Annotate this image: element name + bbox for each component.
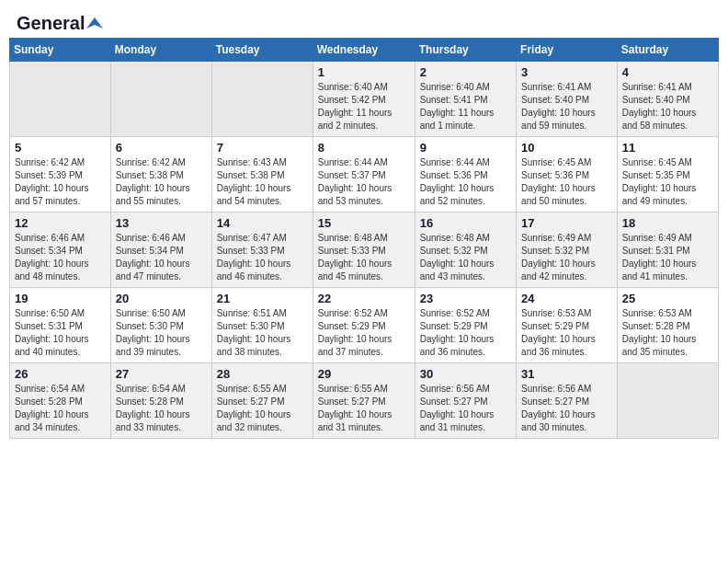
day-info: Sunrise: 6:52 AMSunset: 5:29 PMDaylight:… (420, 307, 511, 359)
day-info: Sunrise: 6:56 AMSunset: 5:27 PMDaylight:… (521, 383, 612, 434)
day-info: Sunrise: 6:46 AMSunset: 5:34 PMDaylight:… (15, 232, 106, 283)
calendar-cell: 28Sunrise: 6:55 AMSunset: 5:27 PMDayligh… (211, 363, 313, 439)
weekday-header-saturday: Saturday (617, 39, 718, 62)
calendar-cell: 19Sunrise: 6:50 AMSunset: 5:31 PMDayligh… (10, 288, 111, 363)
calendar-cell: 26Sunrise: 6:54 AMSunset: 5:28 PMDayligh… (10, 363, 111, 439)
day-info: Sunrise: 6:42 AMSunset: 5:39 PMDaylight:… (15, 156, 106, 208)
calendar-cell: 20Sunrise: 6:50 AMSunset: 5:30 PMDayligh… (110, 288, 211, 363)
day-info: Sunrise: 6:45 AMSunset: 5:35 PMDaylight:… (622, 156, 713, 208)
day-number: 12 (15, 216, 106, 230)
weekday-header-wednesday: Wednesday (313, 39, 415, 62)
calendar-cell: 5Sunrise: 6:42 AMSunset: 5:39 PMDaylight… (10, 137, 111, 213)
day-info: Sunrise: 6:56 AMSunset: 5:27 PMDaylight:… (420, 383, 511, 434)
day-number: 21 (217, 292, 308, 305)
day-number: 11 (622, 141, 713, 155)
day-number: 3 (521, 65, 612, 79)
day-info: Sunrise: 6:44 AMSunset: 5:36 PMDaylight:… (420, 156, 511, 208)
day-info: Sunrise: 6:48 AMSunset: 5:32 PMDaylight:… (420, 232, 511, 283)
calendar-cell: 30Sunrise: 6:56 AMSunset: 5:27 PMDayligh… (415, 363, 516, 439)
day-info: Sunrise: 6:51 AMSunset: 5:30 PMDaylight:… (217, 307, 308, 359)
calendar-cell: 29Sunrise: 6:55 AMSunset: 5:27 PMDayligh… (313, 363, 415, 439)
calendar-cell: 6Sunrise: 6:42 AMSunset: 5:38 PMDaylight… (110, 137, 211, 213)
svg-marker-0 (86, 17, 103, 29)
calendar-cell: 16Sunrise: 6:48 AMSunset: 5:32 PMDayligh… (415, 213, 516, 288)
calendar-cell: 7Sunrise: 6:43 AMSunset: 5:38 PMDaylight… (211, 137, 313, 213)
day-number: 10 (521, 141, 612, 155)
calendar-cell: 8Sunrise: 6:44 AMSunset: 5:37 PMDaylight… (313, 137, 415, 213)
day-number: 5 (15, 141, 106, 155)
day-number: 20 (116, 292, 207, 305)
weekday-header-friday: Friday (517, 39, 618, 62)
calendar-cell: 22Sunrise: 6:52 AMSunset: 5:29 PMDayligh… (313, 288, 415, 363)
page-header: General (9, 9, 719, 34)
calendar-cell: 24Sunrise: 6:53 AMSunset: 5:29 PMDayligh… (517, 288, 618, 363)
logo: General (17, 13, 103, 30)
calendar-week-row: 12Sunrise: 6:46 AMSunset: 5:34 PMDayligh… (10, 213, 719, 288)
calendar-cell: 14Sunrise: 6:47 AMSunset: 5:33 PMDayligh… (211, 213, 313, 288)
calendar-cell: 18Sunrise: 6:49 AMSunset: 5:31 PMDayligh… (617, 213, 718, 288)
day-number: 22 (318, 292, 410, 305)
calendar-week-row: 5Sunrise: 6:42 AMSunset: 5:39 PMDaylight… (10, 137, 719, 213)
calendar-week-row: 19Sunrise: 6:50 AMSunset: 5:31 PMDayligh… (10, 288, 719, 363)
calendar-table: SundayMondayTuesdayWednesdayThursdayFrid… (9, 38, 719, 439)
day-info: Sunrise: 6:43 AMSunset: 5:38 PMDaylight:… (217, 156, 308, 208)
weekday-header-monday: Monday (110, 39, 211, 62)
day-info: Sunrise: 6:45 AMSunset: 5:36 PMDaylight:… (521, 156, 612, 208)
calendar-cell: 11Sunrise: 6:45 AMSunset: 5:35 PMDayligh… (617, 137, 718, 213)
day-number: 4 (622, 65, 713, 79)
day-info: Sunrise: 6:50 AMSunset: 5:31 PMDaylight:… (15, 307, 106, 359)
calendar-cell: 27Sunrise: 6:54 AMSunset: 5:28 PMDayligh… (110, 363, 211, 439)
day-number: 17 (521, 216, 612, 230)
day-info: Sunrise: 6:48 AMSunset: 5:33 PMDaylight:… (318, 232, 410, 283)
calendar-cell: 25Sunrise: 6:53 AMSunset: 5:28 PMDayligh… (617, 288, 718, 363)
day-number: 1 (318, 65, 410, 79)
day-number: 15 (318, 216, 410, 230)
day-info: Sunrise: 6:55 AMSunset: 5:27 PMDaylight:… (217, 383, 308, 434)
day-number: 24 (521, 292, 612, 305)
day-info: Sunrise: 6:54 AMSunset: 5:28 PMDaylight:… (15, 383, 106, 434)
day-info: Sunrise: 6:50 AMSunset: 5:30 PMDaylight:… (116, 307, 207, 359)
day-number: 23 (420, 292, 511, 305)
calendar-cell (110, 62, 211, 137)
day-number: 18 (622, 216, 713, 230)
calendar-week-row: 1Sunrise: 6:40 AMSunset: 5:42 PMDaylight… (10, 62, 719, 137)
day-number: 31 (521, 367, 612, 381)
day-number: 28 (217, 367, 308, 381)
calendar-cell (617, 363, 718, 439)
calendar-cell: 23Sunrise: 6:52 AMSunset: 5:29 PMDayligh… (415, 288, 516, 363)
calendar-cell: 12Sunrise: 6:46 AMSunset: 5:34 PMDayligh… (10, 213, 111, 288)
calendar-cell: 31Sunrise: 6:56 AMSunset: 5:27 PMDayligh… (517, 363, 618, 439)
calendar-cell: 3Sunrise: 6:41 AMSunset: 5:40 PMDaylight… (517, 62, 618, 137)
day-number: 30 (420, 367, 511, 381)
day-info: Sunrise: 6:54 AMSunset: 5:28 PMDaylight:… (116, 383, 207, 434)
calendar-cell (211, 62, 313, 137)
day-info: Sunrise: 6:53 AMSunset: 5:29 PMDaylight:… (521, 307, 612, 359)
day-info: Sunrise: 6:40 AMSunset: 5:41 PMDaylight:… (420, 81, 511, 132)
day-info: Sunrise: 6:49 AMSunset: 5:32 PMDaylight:… (521, 232, 612, 283)
day-number: 27 (116, 367, 207, 381)
day-number: 9 (420, 141, 511, 155)
day-number: 13 (116, 216, 207, 230)
day-info: Sunrise: 6:47 AMSunset: 5:33 PMDaylight:… (217, 232, 308, 283)
day-number: 16 (420, 216, 511, 230)
calendar-header-row: SundayMondayTuesdayWednesdayThursdayFrid… (10, 39, 719, 62)
day-info: Sunrise: 6:55 AMSunset: 5:27 PMDaylight:… (318, 383, 410, 434)
calendar-cell: 13Sunrise: 6:46 AMSunset: 5:34 PMDayligh… (110, 213, 211, 288)
day-info: Sunrise: 6:53 AMSunset: 5:28 PMDaylight:… (622, 307, 713, 359)
calendar-cell: 1Sunrise: 6:40 AMSunset: 5:42 PMDaylight… (313, 62, 415, 137)
day-info: Sunrise: 6:41 AMSunset: 5:40 PMDaylight:… (622, 81, 713, 132)
weekday-header-thursday: Thursday (415, 39, 516, 62)
day-number: 8 (318, 141, 410, 155)
day-info: Sunrise: 6:46 AMSunset: 5:34 PMDaylight:… (116, 232, 207, 283)
calendar-cell: 21Sunrise: 6:51 AMSunset: 5:30 PMDayligh… (211, 288, 313, 363)
day-info: Sunrise: 6:41 AMSunset: 5:40 PMDaylight:… (521, 81, 612, 132)
calendar-cell: 9Sunrise: 6:44 AMSunset: 5:36 PMDaylight… (415, 137, 516, 213)
day-number: 2 (420, 65, 511, 79)
day-number: 6 (116, 141, 207, 155)
day-number: 25 (622, 292, 713, 305)
calendar-cell: 15Sunrise: 6:48 AMSunset: 5:33 PMDayligh… (313, 213, 415, 288)
weekday-header-sunday: Sunday (10, 39, 111, 62)
calendar-week-row: 26Sunrise: 6:54 AMSunset: 5:28 PMDayligh… (10, 363, 719, 439)
logo-bird-icon (86, 16, 103, 32)
day-number: 29 (318, 367, 410, 381)
